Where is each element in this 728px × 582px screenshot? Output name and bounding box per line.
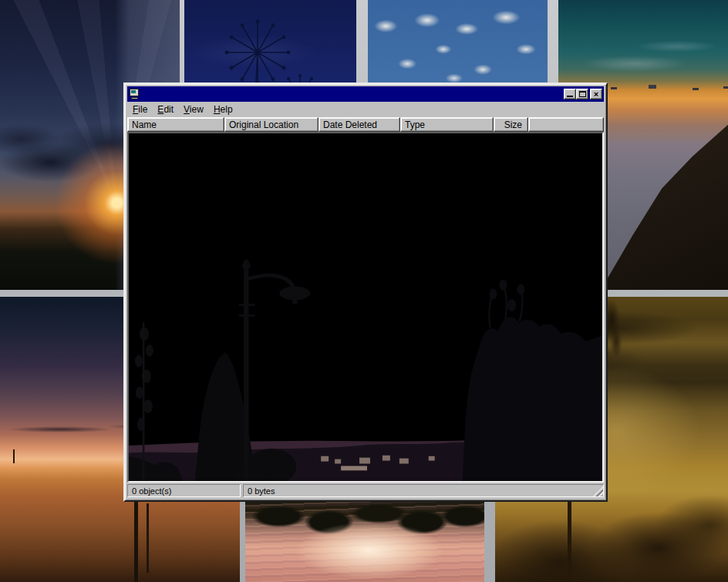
menu-edit[interactable]: Edit <box>153 103 179 117</box>
menu-help[interactable]: Help <box>209 103 238 117</box>
photo-silhouettes <box>129 133 602 481</box>
column-header-type[interactable]: Type <box>400 117 494 132</box>
close-icon: × <box>594 90 598 98</box>
column-header-size[interactable]: Size <box>494 117 528 132</box>
resize-grip[interactable] <box>593 486 603 496</box>
menu-view[interactable]: View <box>179 103 209 117</box>
column-header-name[interactable]: Name <box>127 117 224 132</box>
title-bar[interactable]: × <box>127 86 604 102</box>
close-button[interactable]: × <box>590 89 602 99</box>
water-pole <box>147 503 149 573</box>
minimize-button[interactable] <box>564 89 576 99</box>
maximize-icon <box>579 91 586 97</box>
menu-file[interactable]: File <box>128 103 153 117</box>
water-pole <box>13 449 15 463</box>
file-list-area[interactable] <box>127 132 604 483</box>
maximize-button[interactable] <box>576 89 588 99</box>
sunset-lamp-photo <box>129 133 602 481</box>
status-object-count: 0 object(s) <box>127 484 241 497</box>
computer-icon <box>129 89 141 100</box>
water-pole <box>134 500 138 582</box>
column-header-filler <box>528 117 604 132</box>
column-header-original-location[interactable]: Original Location <box>224 117 318 132</box>
menu-bar: File Edit View Help <box>127 102 604 117</box>
minimize-icon <box>567 96 573 97</box>
status-bar: 0 object(s) 0 bytes <box>127 483 604 498</box>
recycle-bin-window: × File Edit View Help Name Original Loca… <box>123 82 608 502</box>
status-size: 0 bytes <box>243 484 604 497</box>
column-header-row: Name Original Location Date Deleted Type… <box>127 117 604 132</box>
desktop-background: × File Edit View Help Name Original Loca… <box>0 0 728 582</box>
column-header-date-deleted[interactable]: Date Deleted <box>318 117 400 132</box>
